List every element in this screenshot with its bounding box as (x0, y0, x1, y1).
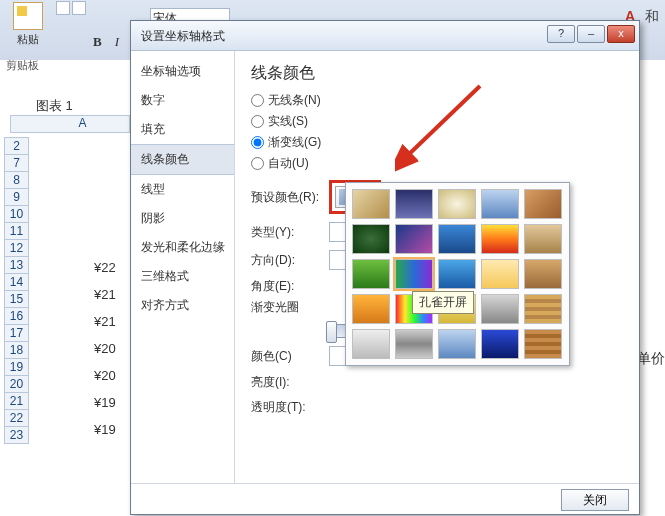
nav-item[interactable]: 线条颜色 (131, 144, 234, 175)
gradient-swatch[interactable] (481, 294, 519, 324)
axis-tick-label: ¥22 (94, 260, 116, 287)
radio-auto-line-input[interactable] (251, 157, 264, 170)
row-header[interactable]: 18 (4, 341, 29, 359)
sort-label: 和 (645, 8, 659, 24)
direction-label: 方向(D): (251, 252, 329, 269)
axis-tick-label: ¥19 (94, 395, 116, 422)
radio-no-line[interactable]: 无线条(N) (251, 92, 623, 109)
row-header[interactable]: 22 (4, 409, 29, 427)
gradient-swatch[interactable] (524, 294, 562, 324)
gradient-grid (352, 189, 563, 359)
copy-icon[interactable] (72, 1, 86, 15)
slider-thumb[interactable] (326, 321, 337, 343)
gradient-swatch[interactable] (481, 259, 519, 289)
row-header[interactable]: 16 (4, 307, 29, 325)
nav-item[interactable]: 发光和柔化边缘 (131, 233, 234, 262)
gradient-swatch[interactable] (481, 329, 519, 359)
gradient-swatch[interactable] (395, 329, 433, 359)
row-header[interactable]: 21 (4, 392, 29, 410)
close-button[interactable]: 关闭 (561, 489, 629, 511)
column-header-a[interactable]: A (35, 115, 130, 132)
row-header[interactable]: 2 (4, 137, 29, 155)
row-header[interactable]: 10 (4, 205, 29, 223)
chart-axis-labels: ¥22¥21¥21¥20¥20¥19¥19 (94, 260, 116, 449)
gradient-swatch[interactable] (395, 224, 433, 254)
paste-icon (13, 2, 43, 30)
dialog-titlebar[interactable]: 设置坐标轴格式 ? – x (131, 21, 639, 51)
nav-item[interactable]: 对齐方式 (131, 291, 234, 320)
right-edge-label: 单价 (637, 350, 665, 368)
row-headers: 27891011121314151617181920212223 (4, 137, 29, 443)
clipboard-group-label: 剪贴板 (6, 58, 39, 73)
dialog-title: 设置坐标轴格式 (141, 28, 225, 45)
transparency-row: 透明度(T): (251, 399, 623, 416)
window-close-button[interactable]: x (607, 25, 635, 43)
name-box[interactable]: 图表 1 (36, 97, 73, 115)
radio-gradient-line-input[interactable] (251, 136, 264, 149)
gradient-swatch[interactable] (438, 259, 476, 289)
nav-item[interactable]: 数字 (131, 86, 234, 115)
gradient-swatch[interactable] (438, 329, 476, 359)
category-nav: 坐标轴选项数字填充线条颜色线型阴影发光和柔化边缘三维格式对齐方式 (131, 51, 235, 483)
brightness-row: 亮度(I): (251, 374, 623, 391)
paste-label: 粘贴 (5, 32, 50, 47)
help-button[interactable]: ? (547, 25, 575, 43)
row-header[interactable]: 19 (4, 358, 29, 376)
row-header[interactable]: 17 (4, 324, 29, 342)
gradient-swatch[interactable] (352, 259, 390, 289)
brightness-label: 亮度(I): (251, 374, 329, 391)
gradient-swatch[interactable] (352, 224, 390, 254)
row-header[interactable]: 9 (4, 188, 29, 206)
cut-icon[interactable] (56, 1, 70, 15)
gradient-swatch[interactable] (438, 189, 476, 219)
gradient-swatch[interactable] (524, 189, 562, 219)
row-header[interactable]: 23 (4, 426, 29, 444)
radio-auto-line[interactable]: 自动(U) (251, 155, 623, 172)
window-buttons: ? – x (547, 25, 635, 43)
gradient-swatch[interactable] (524, 329, 562, 359)
bold-button[interactable]: B (93, 34, 111, 50)
row-header[interactable]: 15 (4, 290, 29, 308)
nav-item[interactable]: 线型 (131, 175, 234, 204)
gradient-swatch[interactable] (481, 224, 519, 254)
axis-tick-label: ¥21 (94, 287, 116, 314)
minimize-button[interactable]: – (577, 25, 605, 43)
axis-tick-label: ¥21 (94, 314, 116, 341)
transparency-label: 透明度(T): (251, 399, 329, 416)
gradient-swatch[interactable] (438, 224, 476, 254)
row-header[interactable]: 14 (4, 273, 29, 291)
dialog-footer: 关闭 (131, 483, 639, 515)
nav-item[interactable]: 三维格式 (131, 262, 234, 291)
paste-button[interactable]: 粘贴 (5, 0, 50, 55)
gradient-swatch[interactable] (352, 189, 390, 219)
gradient-swatch[interactable] (395, 259, 433, 289)
gradient-swatch[interactable] (524, 259, 562, 289)
gradient-tooltip: 孔雀开屏 (412, 291, 474, 314)
color-label: 颜色(C) (251, 348, 329, 365)
preset-color-label: 预设颜色(R): (251, 189, 329, 206)
nav-item[interactable]: 填充 (131, 115, 234, 144)
radio-no-line-input[interactable] (251, 94, 264, 107)
gradient-swatch[interactable] (395, 189, 433, 219)
nav-item[interactable]: 阴影 (131, 204, 234, 233)
row-header[interactable]: 11 (4, 222, 29, 240)
radio-gradient-line[interactable]: 渐变线(G) (251, 134, 623, 151)
axis-tick-label: ¥20 (94, 368, 116, 395)
gradient-swatch[interactable] (481, 189, 519, 219)
radio-solid-line-input[interactable] (251, 115, 264, 128)
row-header[interactable]: 8 (4, 171, 29, 189)
type-label: 类型(Y): (251, 224, 329, 241)
nav-item[interactable]: 坐标轴选项 (131, 57, 234, 86)
radio-solid-line[interactable]: 实线(S) (251, 113, 623, 130)
row-header[interactable]: 12 (4, 239, 29, 257)
row-header[interactable]: 13 (4, 256, 29, 274)
gradient-swatch[interactable] (352, 294, 390, 324)
gradient-swatch[interactable] (352, 329, 390, 359)
axis-tick-label: ¥20 (94, 341, 116, 368)
gradient-swatch[interactable] (524, 224, 562, 254)
stops-label: 渐变光圈 (251, 299, 329, 316)
panel-title: 线条颜色 (251, 63, 623, 84)
row-header[interactable]: 7 (4, 154, 29, 172)
row-header[interactable]: 20 (4, 375, 29, 393)
angle-label: 角度(E): (251, 278, 329, 295)
